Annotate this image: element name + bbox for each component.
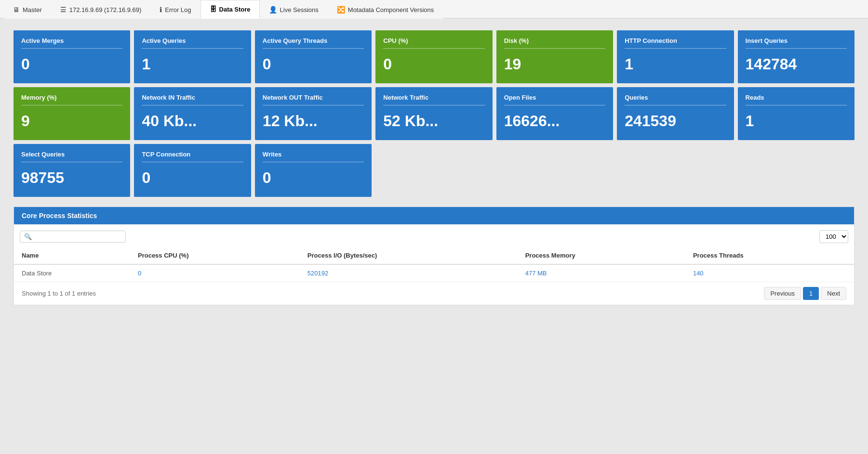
tile-select-queries: Select Queries 98755 xyxy=(13,144,130,197)
tile-value: 0 xyxy=(263,169,364,187)
col-process-cpu----: Process CPU (%) xyxy=(130,247,300,264)
tiles-row-2: Memory (%) 9 Network IN Traffic 40 Kb...… xyxy=(13,87,855,140)
tile-label: Open Files xyxy=(504,94,605,105)
tile-label: Insert Queries xyxy=(746,37,847,49)
tile-label: Reads xyxy=(746,94,847,105)
stats-footer: Showing 1 to 1 of 1 entries Previous 1 N… xyxy=(14,282,854,305)
tab-motadata[interactable]: 🔀Motadata Component Versions xyxy=(328,0,443,19)
datastore-tab-icon: 🗄 xyxy=(210,5,216,13)
table-header-row: NameProcess CPU (%)Process I/O (Bytes/se… xyxy=(14,247,854,264)
search-icon: 🔍 xyxy=(24,233,32,240)
stats-section: Core Process Statistics 🔍 102550100 Name… xyxy=(13,207,855,305)
tab-errorlog[interactable]: ℹError Log xyxy=(150,0,200,19)
tile-cpu----: CPU (%) 0 xyxy=(375,30,492,83)
tile-insert-queries: Insert Queries 142784 xyxy=(738,30,855,83)
tile-queries: Queries 241539 xyxy=(617,87,734,140)
col-process-threads: Process Threads xyxy=(685,247,854,264)
col-name: Name xyxy=(14,247,130,264)
tile-label: Disk (%) xyxy=(504,37,605,49)
tile-value: 0 xyxy=(21,55,122,73)
motadata-tab-icon: 🔀 xyxy=(337,6,345,13)
tile-value: 19 xyxy=(504,55,605,73)
tab-bar: 🖥Master☰172.16.9.69 (172.16.9.69)ℹError … xyxy=(0,0,868,19)
server-tab-label: 172.16.9.69 (172.16.9.69) xyxy=(69,6,142,13)
tab-server[interactable]: ☰172.16.9.69 (172.16.9.69) xyxy=(51,0,151,19)
tile-active-queries: Active Queries 1 xyxy=(134,30,251,83)
tile-label: Active Merges xyxy=(21,37,122,49)
tile-memory----: Memory (%) 9 xyxy=(13,87,130,140)
search-box[interactable]: 🔍 xyxy=(20,231,126,243)
tile-value: 1 xyxy=(625,55,726,73)
tile-label: Network Traffic xyxy=(383,94,484,105)
cell-cpu[interactable]: 0 xyxy=(130,264,300,282)
stats-toolbar: 🔍 102550100 xyxy=(14,224,854,247)
errorlog-tab-icon: ℹ xyxy=(160,6,162,13)
cell-name: Data Store xyxy=(14,264,130,282)
tile-value: 16626... xyxy=(504,112,605,130)
tile-active-query-threads: Active Query Threads 0 xyxy=(255,30,372,83)
cell-threads[interactable]: 140 xyxy=(685,264,854,282)
tile-value: 1 xyxy=(746,112,847,130)
table-header: NameProcess CPU (%)Process I/O (Bytes/se… xyxy=(14,247,854,264)
main-content: Active Merges 0 Active Queries 1 Active … xyxy=(0,19,868,317)
table-row: Data Store 0 520192 477 MB 140 xyxy=(14,264,854,282)
tile-label: Active Query Threads xyxy=(263,37,364,49)
tile-value: 241539 xyxy=(625,112,726,130)
tile-label: Writes xyxy=(263,151,364,162)
tile-disk----: Disk (%) 19 xyxy=(496,30,613,83)
tile-label: Memory (%) xyxy=(21,94,122,105)
cell-io[interactable]: 520192 xyxy=(300,264,518,282)
tile-value: 0 xyxy=(142,169,243,187)
tile-network-traffic: Network Traffic 52 Kb... xyxy=(375,87,492,140)
tile-label: CPU (%) xyxy=(383,37,484,49)
tile-label: Network IN Traffic xyxy=(142,94,243,105)
tile-tcp-connection: TCP Connection 0 xyxy=(134,144,251,197)
tile-http-connection: HTTP Connection 1 xyxy=(617,30,734,83)
tile-value: 98755 xyxy=(21,169,122,187)
tile-label: Active Queries xyxy=(142,37,243,49)
tile-network-in-traffic: Network IN Traffic 40 Kb... xyxy=(134,87,251,140)
livesessions-tab-label: Live Sessions xyxy=(280,6,319,13)
next-button[interactable]: Next xyxy=(821,287,846,300)
tile-writes: Writes 0 xyxy=(255,144,372,197)
tile-value: 12 Kb... xyxy=(263,112,364,130)
cell-memory[interactable]: 477 MB xyxy=(518,264,685,282)
pagination: Previous 1 Next xyxy=(764,287,846,300)
tile-value: 1 xyxy=(142,55,243,73)
tile-value: 142784 xyxy=(746,55,847,73)
livesessions-tab-icon: 👤 xyxy=(269,6,277,13)
tile-reads: Reads 1 xyxy=(738,87,855,140)
tile-network-out-traffic: Network OUT Traffic 12 Kb... xyxy=(255,87,372,140)
col-process-memory: Process Memory xyxy=(518,247,685,264)
tile-value: 0 xyxy=(263,55,364,73)
tiles-row-1: Active Merges 0 Active Queries 1 Active … xyxy=(13,30,855,83)
table-body: Data Store 0 520192 477 MB 140 xyxy=(14,264,854,282)
tile-label: Select Queries xyxy=(21,151,122,162)
footer-text: Showing 1 to 1 of 1 entries xyxy=(22,290,96,297)
tile-open-files: Open Files 16626... xyxy=(496,87,613,140)
tile-value: 0 xyxy=(383,55,484,73)
stats-table: NameProcess CPU (%)Process I/O (Bytes/se… xyxy=(14,247,854,282)
stats-header: Core Process Statistics xyxy=(14,207,854,224)
tile-label: TCP Connection xyxy=(142,151,243,162)
tile-value: 40 Kb... xyxy=(142,112,243,130)
motadata-tab-label: Motadata Component Versions xyxy=(348,6,434,13)
server-tab-icon: ☰ xyxy=(60,6,67,13)
tile-label: Queries xyxy=(625,94,726,105)
tile-value: 52 Kb... xyxy=(383,112,484,130)
tile-label: Network OUT Traffic xyxy=(263,94,364,105)
search-input[interactable] xyxy=(35,233,121,240)
tab-livesessions[interactable]: 👤Live Sessions xyxy=(260,0,328,19)
tiles-row-3: Select Queries 98755 TCP Connection 0 Wr… xyxy=(13,144,855,197)
tab-master[interactable]: 🖥Master xyxy=(4,0,51,19)
master-tab-label: Master xyxy=(23,6,42,13)
errorlog-tab-label: Error Log xyxy=(165,6,191,13)
master-tab-icon: 🖥 xyxy=(13,6,20,13)
previous-button[interactable]: Previous xyxy=(764,287,801,300)
tile-value: 9 xyxy=(21,112,122,130)
page-1-button[interactable]: 1 xyxy=(803,287,819,300)
per-page-select[interactable]: 102550100 xyxy=(819,230,848,243)
datastore-tab-label: Data Store xyxy=(219,6,251,13)
tile-active-merges: Active Merges 0 xyxy=(13,30,130,83)
tab-datastore[interactable]: 🗄Data Store xyxy=(200,0,260,19)
